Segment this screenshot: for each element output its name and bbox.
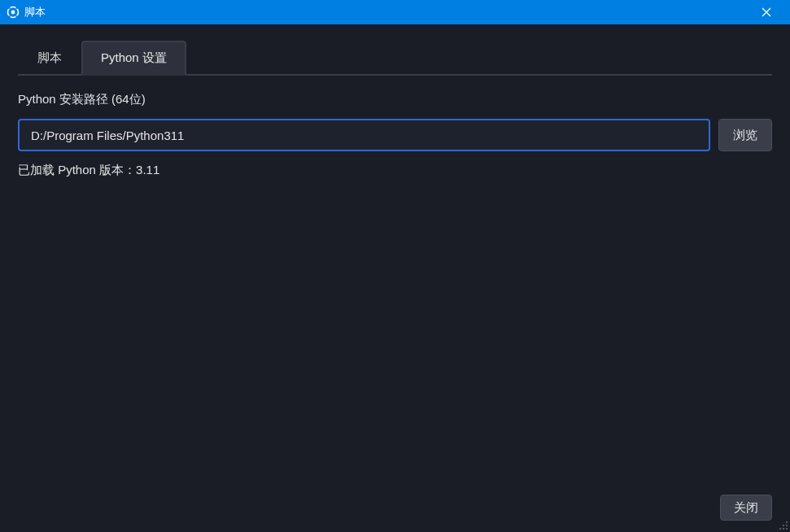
python-path-input[interactable]: [18, 119, 710, 151]
window-close-button[interactable]: [748, 0, 785, 24]
svg-rect-5: [15, 15, 18, 18]
svg-rect-2: [8, 7, 11, 9]
tab-bar: 脚本 Python 设置: [18, 39, 772, 76]
window-title: 脚本: [24, 5, 46, 20]
python-settings-panel: Python 安装路径 (64位) 浏览 已加载 Python 版本：3.11: [18, 76, 772, 178]
dialog-content: 脚本 Python 设置 Python 安装路径 (64位) 浏览 已加载 Py…: [0, 24, 790, 485]
titlebar: 脚本: [0, 0, 790, 24]
close-icon: [762, 7, 771, 17]
svg-rect-3: [15, 7, 18, 9]
svg-point-1: [11, 11, 15, 15]
python-path-label: Python 安装路径 (64位): [18, 92, 772, 107]
app-icon: [7, 6, 20, 19]
close-button[interactable]: 关闭: [720, 495, 772, 521]
python-path-row: 浏览: [18, 119, 772, 151]
python-loaded-status: 已加载 Python 版本：3.11: [18, 163, 772, 178]
browse-button[interactable]: 浏览: [718, 119, 772, 151]
dialog-footer: 关闭: [0, 485, 790, 532]
tab-scripts[interactable]: 脚本: [18, 41, 81, 76]
svg-rect-4: [8, 15, 11, 18]
tab-python-settings[interactable]: Python 设置: [81, 41, 186, 76]
